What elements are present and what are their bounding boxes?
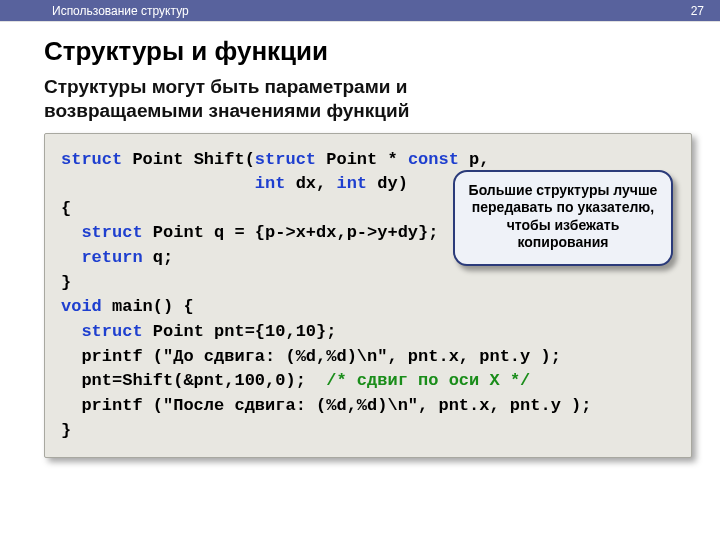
code-text: } [61,273,71,292]
slide-header: Использование структур 27 [0,0,720,22]
subtitle: Структуры могут быть параметрами и возвр… [44,75,720,123]
breadcrumb: Использование структур [52,4,189,18]
kw-return: return [81,248,142,267]
subtitle-line: возвращаемыми значениями функций [44,100,409,121]
kw-struct: struct [61,150,122,169]
code-text: Point * [316,150,408,169]
code-text [61,223,81,242]
callout-text: Большие структуры лучше передавать по ук… [469,182,658,251]
code-text [61,248,81,267]
code-text: p, [459,150,490,169]
code-text: main() { [102,297,194,316]
kw-const: const [408,150,459,169]
kw-struct: struct [81,223,142,242]
code-text: printf ("До сдвига: (%d,%d)\n", pnt.x, p… [61,347,561,366]
kw-int: int [336,174,367,193]
callout-box: Большие структуры лучше передавать по ук… [453,170,673,266]
code-text: Point pnt={10,10}; [143,322,337,341]
code-text: dy) [367,174,408,193]
kw-void: void [61,297,102,316]
code-text: Point Shift( [122,150,255,169]
code-text: { [61,199,71,218]
subtitle-line: Структуры могут быть параметрами и [44,76,407,97]
code-text: pnt=Shift(&pnt,100,0); [61,371,326,390]
code-text: dx, [285,174,336,193]
kw-struct: struct [81,322,142,341]
kw-struct: struct [255,150,316,169]
page-number: 27 [691,4,704,18]
page-title: Структуры и функции [44,36,720,67]
code-comment: /* сдвиг по оси X */ [326,371,530,390]
code-block: struct Point Shift(struct Point * const … [44,133,692,459]
code-text [61,322,81,341]
kw-int: int [255,174,286,193]
code-text: printf ("После сдвига: (%d,%d)\n", pnt.x… [61,396,592,415]
code-text: } [61,421,71,440]
code-text: q; [143,248,174,267]
code-text [61,174,255,193]
code-text: Point q = {p->x+dx,p->y+dy}; [143,223,439,242]
